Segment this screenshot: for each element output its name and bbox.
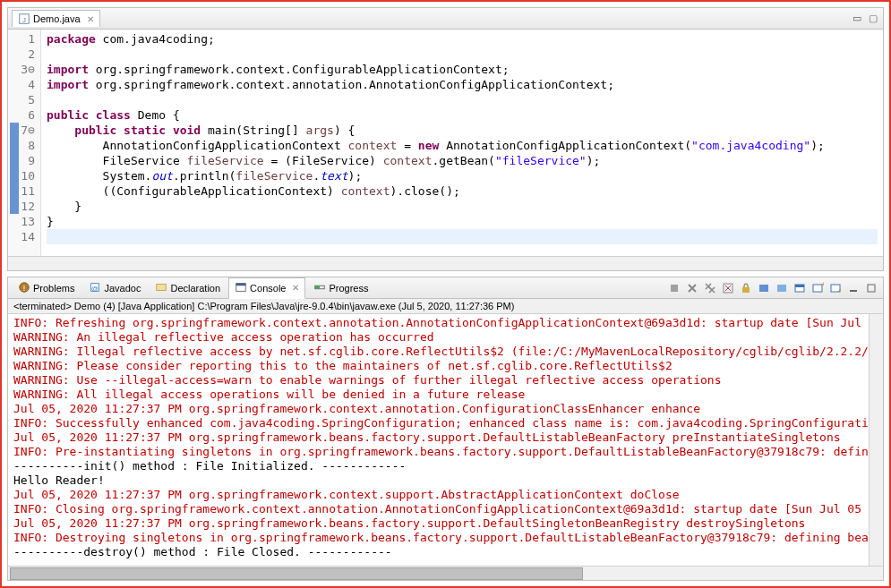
editor-tab-bar: J Demo.java ✕ ▭ ▢ xyxy=(8,8,883,30)
new-console-icon[interactable]: + xyxy=(810,280,826,296)
open-console-icon[interactable] xyxy=(827,280,844,296)
svg-rect-6 xyxy=(157,284,167,290)
line-gutter: 1 2 3⊖ 4 5 6 7⊖ 8 9 10 11 12 13 14 xyxy=(8,30,41,256)
terminate-icon[interactable] xyxy=(666,280,682,296)
svg-text:!: ! xyxy=(23,283,25,292)
clear-icon[interactable] xyxy=(720,280,736,296)
remove-all-icon[interactable] xyxy=(702,280,718,296)
maximize-icon[interactable] xyxy=(863,280,879,296)
view-tab-declaration[interactable]: Declaration xyxy=(149,277,227,299)
scrollbar-thumb[interactable] xyxy=(10,567,583,580)
editor-horizontal-scrollbar[interactable] xyxy=(8,256,883,270)
console-header: <terminated> Demo (4) [Java Application]… xyxy=(8,299,883,314)
word-wrap-icon[interactable] xyxy=(756,280,772,296)
svg-rect-21 xyxy=(850,290,857,292)
console-icon xyxy=(235,281,247,295)
view-tab-javadoc[interactable]: @Javadoc xyxy=(82,277,147,299)
view-tab-label: Declaration xyxy=(170,283,220,294)
view-tab-label: Progress xyxy=(329,283,368,294)
maximize-icon[interactable]: ▢ xyxy=(867,13,879,25)
editor-tab-demo[interactable]: J Demo.java ✕ xyxy=(12,10,100,27)
javadoc-icon: @ xyxy=(89,281,101,295)
svg-rect-11 xyxy=(671,285,678,292)
view-tab-console[interactable]: Console✕ xyxy=(228,277,305,299)
remove-icon[interactable] xyxy=(684,280,700,296)
minimize-icon[interactable] xyxy=(845,280,861,296)
console-horizontal-scrollbar[interactable] xyxy=(8,566,883,580)
ide-frame: J Demo.java ✕ ▭ ▢ 1 2 3⊖ 4 5 6 7⊖ 8 9 10… xyxy=(0,0,891,588)
view-tab-label: Javadoc xyxy=(104,283,141,294)
svg-rect-8 xyxy=(236,283,246,285)
console-toolbar: + xyxy=(666,280,879,296)
minimize-icon[interactable]: ▭ xyxy=(851,13,863,25)
pin-icon[interactable] xyxy=(774,280,790,296)
close-icon[interactable]: ✕ xyxy=(87,14,94,24)
view-tab-bar: !Problems@JavadocDeclarationConsole✕Prog… xyxy=(8,277,883,299)
editor-panel: J Demo.java ✕ ▭ ▢ 1 2 3⊖ 4 5 6 7⊖ 8 9 10… xyxy=(7,7,884,271)
svg-rect-10 xyxy=(315,285,320,289)
code-lines[interactable]: package com.java4coding; import org.spri… xyxy=(41,30,883,256)
scroll-lock-icon[interactable] xyxy=(738,280,754,296)
view-tab-problems[interactable]: !Problems xyxy=(12,277,81,299)
progress-icon xyxy=(313,281,326,295)
declaration-icon xyxy=(155,281,167,295)
console-output[interactable]: INFO: Refreshing org.springframework.con… xyxy=(8,314,869,566)
editor-tab-label: Demo.java xyxy=(33,13,81,24)
console-vertical-scrollbar[interactable] xyxy=(869,314,883,566)
svg-rect-17 xyxy=(795,285,804,287)
code-area[interactable]: 1 2 3⊖ 4 5 6 7⊖ 8 9 10 11 12 13 14 packa… xyxy=(8,30,883,256)
svg-rect-13 xyxy=(742,287,750,293)
svg-rect-14 xyxy=(759,285,768,292)
java-file-icon: J xyxy=(18,13,30,25)
svg-text:J: J xyxy=(22,16,26,24)
svg-rect-22 xyxy=(868,285,875,292)
view-tab-label: Console xyxy=(250,283,286,294)
display-icon[interactable] xyxy=(792,280,808,296)
bottom-panel: !Problems@JavadocDeclarationConsole✕Prog… xyxy=(7,277,884,581)
problems-icon: ! xyxy=(18,281,30,295)
svg-text:+: + xyxy=(821,282,824,288)
view-tab-label: Problems xyxy=(33,283,74,294)
close-icon[interactable]: ✕ xyxy=(292,283,299,293)
svg-rect-15 xyxy=(777,285,786,292)
view-tab-progress[interactable]: Progress xyxy=(307,277,374,299)
svg-text:@: @ xyxy=(91,284,99,292)
